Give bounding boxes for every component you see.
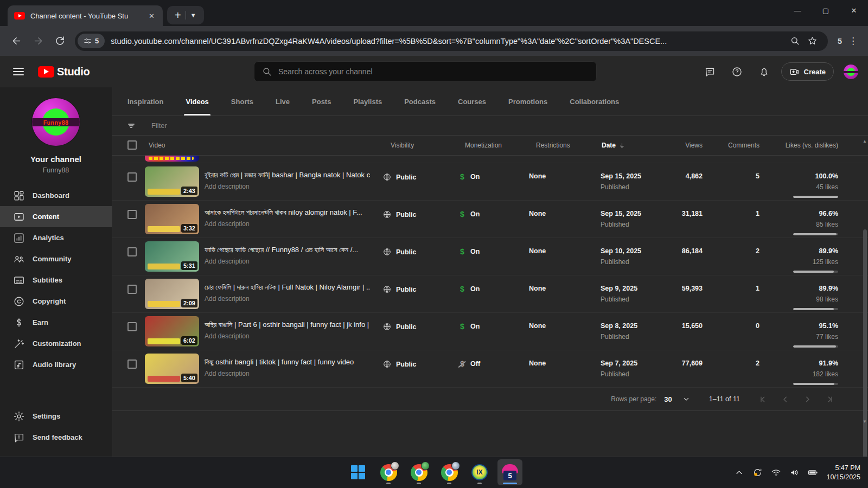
scroll-up-icon[interactable]: ▲ <box>863 139 867 144</box>
reload-button[interactable] <box>49 30 71 52</box>
create-button[interactable]: Create <box>781 62 834 81</box>
hidden-icons-chevron-icon[interactable] <box>734 467 744 478</box>
back-button[interactable] <box>5 30 27 52</box>
wifi-icon[interactable] <box>771 467 781 478</box>
chrome-profile-2-button[interactable] <box>406 459 431 485</box>
bookmark-star-icon[interactable] <box>804 33 821 50</box>
sidebar-item-send-feedback[interactable]: Send feedback <box>0 427 112 448</box>
notifications-bell-icon[interactable] <box>754 61 775 82</box>
new-tab-button[interactable]: + <box>170 9 186 22</box>
account-avatar[interactable] <box>844 65 858 79</box>
col-monetization[interactable]: Monetization <box>465 142 502 149</box>
sidebar-item-customization[interactable]: Customization <box>0 333 112 354</box>
tab-collaborations[interactable]: Collaborations <box>570 87 619 115</box>
table-row[interactable]: 5:40কিছু osthir bangli | tiktok | funny … <box>112 350 868 388</box>
page-scrollbar[interactable]: ▲ ▼ <box>862 143 868 425</box>
tab-search-chevron-icon[interactable]: ▼ <box>186 12 201 18</box>
visibility-cell[interactable]: Public <box>382 322 417 331</box>
video-thumbnail[interactable]: 5:31 <box>145 241 199 272</box>
browser-menu-icon[interactable]: ⋮ <box>847 35 863 47</box>
video-thumbnail[interactable]: 2:43 <box>145 166 199 197</box>
sidebar-item-analytics[interactable]: Analytics <box>0 227 112 248</box>
sidebar-item-subtitles[interactable]: Subtitles <box>0 269 112 291</box>
tab-shorts[interactable]: Shorts <box>231 87 253 115</box>
scrollbar-thumb[interactable] <box>863 229 867 488</box>
sidebar-item-community[interactable]: Community <box>0 248 112 269</box>
video-thumbnail[interactable]: 6:02 <box>145 316 199 346</box>
add-description-link[interactable]: Add description <box>205 220 370 228</box>
sidebar-item-settings[interactable]: Settings <box>0 406 112 427</box>
table-row[interactable]: 2:43বুইরার কচি প্রেম | মজার ফানি| bashar… <box>112 163 868 201</box>
col-restrictions[interactable]: Restrictions <box>536 142 570 149</box>
add-description-link[interactable]: Add description <box>205 183 370 190</box>
active-app-button[interactable]: 5 <box>497 459 522 485</box>
video-title[interactable]: বুইরার কচি প্রেম | মজার ফানি| bashar | B… <box>205 171 370 179</box>
tab-promotions[interactable]: Promotions <box>508 87 547 115</box>
forward-button[interactable] <box>27 30 49 52</box>
tab-courses[interactable]: Courses <box>458 87 486 115</box>
video-title[interactable]: ফাডি গেছেরে ফাডি গেছেরে // Funny88 / এত … <box>205 246 370 254</box>
prev-page-button[interactable] <box>781 395 790 404</box>
scroll-down-icon[interactable]: ▼ <box>863 419 867 424</box>
row-checkbox[interactable] <box>127 285 137 294</box>
channel-search-input[interactable]: Search across your channel <box>254 61 597 82</box>
tab-close-icon[interactable]: ✕ <box>146 11 157 21</box>
col-views[interactable]: Views <box>685 142 703 149</box>
zoom-icon[interactable] <box>787 33 804 50</box>
col-video[interactable]: Video <box>149 142 165 149</box>
chrome-profile-3-button[interactable] <box>437 459 462 485</box>
col-comments[interactable]: Comments <box>728 142 760 149</box>
close-button[interactable]: ✕ <box>840 0 868 21</box>
video-title[interactable]: চোর ফেমিলি | দারুন হাসির নাটক | Full Nat… <box>205 283 370 292</box>
video-title[interactable]: অস্থির বাঙালি | Part 6 | osthir bangali … <box>205 320 370 329</box>
select-all-checkbox[interactable] <box>127 140 137 150</box>
maximize-button[interactable]: ▢ <box>812 0 840 21</box>
sidebar-item-earn[interactable]: Earn <box>0 312 112 333</box>
visibility-cell[interactable]: Public <box>382 172 417 182</box>
table-row[interactable]: 5:31ফাডি গেছেরে ফাডি গেছেরে // Funny88 /… <box>112 238 868 275</box>
add-description-link[interactable]: Add description <box>205 332 370 340</box>
first-page-button[interactable] <box>758 395 768 404</box>
sync-status-icon[interactable] <box>752 467 763 478</box>
tab-inspiration[interactable]: Inspiration <box>127 87 163 115</box>
youtube-studio-logo[interactable]: Studio <box>38 66 90 78</box>
filter-bar[interactable]: Filter <box>112 116 868 136</box>
help-icon[interactable] <box>727 61 748 82</box>
volume-icon[interactable] <box>789 467 800 478</box>
row-checkbox[interactable] <box>127 172 137 182</box>
col-date[interactable]: Date <box>602 142 626 149</box>
add-description-link[interactable]: Add description <box>205 258 370 265</box>
site-settings-chip[interactable]: 5 <box>78 34 105 48</box>
visibility-cell[interactable]: Public <box>382 247 417 256</box>
ix-app-button[interactable]: IX <box>467 459 492 485</box>
minimize-button[interactable]: — <box>783 0 812 21</box>
add-description-link[interactable]: Add description <box>205 295 370 303</box>
profile-badge[interactable]: 5 <box>832 37 847 46</box>
visibility-cell[interactable]: Public <box>382 210 417 219</box>
table-row[interactable]: 3:32আমাকে হসপিটালে পারমানেন্টলি থাকব nil… <box>112 201 868 238</box>
feedback-icon[interactable] <box>700 61 720 82</box>
address-bar[interactable]: 5 studio.youtube.com/channel/UC391ABvrfn… <box>75 31 828 51</box>
row-checkbox[interactable] <box>127 322 137 331</box>
tab-videos[interactable]: Videos <box>186 87 208 115</box>
start-button[interactable] <box>346 459 371 485</box>
monetization-cell[interactable]: $On <box>458 247 480 256</box>
col-likes[interactable]: Likes (vs. dislikes) <box>786 142 838 149</box>
tab-playlists[interactable]: Playlists <box>353 87 382 115</box>
battery-icon[interactable] <box>808 467 818 478</box>
chrome-profile-1-button[interactable] <box>376 459 401 485</box>
table-row[interactable]: 6:02অস্থির বাঙালি | Part 6 | osthir bang… <box>112 313 868 350</box>
row-checkbox[interactable] <box>127 247 137 256</box>
monetization-cell[interactable]: $On <box>458 322 480 331</box>
monetization-cell[interactable]: $On <box>458 172 480 181</box>
tab-podcasts[interactable]: Podcasts <box>404 87 436 115</box>
video-thumbnail[interactable]: 2:09 <box>145 279 199 309</box>
visibility-cell[interactable]: Public <box>382 285 417 294</box>
row-checkbox[interactable] <box>127 359 137 369</box>
table-row[interactable]: 2:09চোর ফেমিলি | দারুন হাসির নাটক | Full… <box>112 275 868 313</box>
monetization-cell[interactable]: $Off <box>458 359 480 368</box>
sidebar-item-dashboard[interactable]: Dashboard <box>0 185 112 206</box>
video-title[interactable]: আমাকে হসপিটালে পারমানেন্টলি থাকব niloy a… <box>205 208 370 217</box>
menu-icon[interactable] <box>13 68 24 75</box>
col-visibility[interactable]: Visibility <box>391 142 414 149</box>
